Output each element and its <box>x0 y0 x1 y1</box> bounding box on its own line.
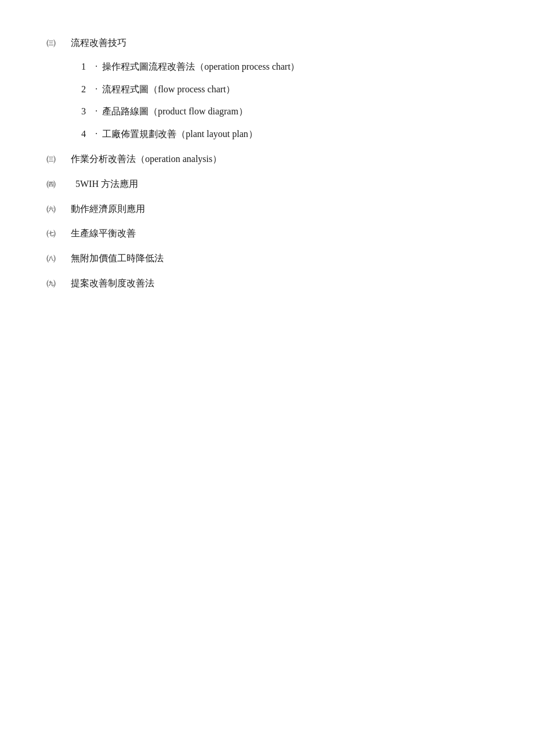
section-label-san2: ㈢ <box>46 151 67 168</box>
sub-text-4: 工廠佈置規劃改善（plant layout plan） <box>102 126 258 143</box>
sub-number-2: 2 <box>81 81 95 98</box>
sub-dot-2: · <box>95 81 102 98</box>
sub-number-4: 4 <box>81 126 95 143</box>
sub-list-liu-cheng: 1 · 操作程式圖流程改善法（operation process chart） … <box>81 59 488 143</box>
sub-text-1: 操作程式圖流程改善法（operation process chart） <box>102 59 300 75</box>
section-label-qi: ㈦ <box>46 225 67 242</box>
section-proposal: ㈨ 提案改善制度改善法 <box>46 275 488 292</box>
sub-item-1: 1 · 操作程式圖流程改善法（operation process chart） <box>81 59 488 75</box>
sub-text-3: 產品路線圖（product flow diagram） <box>102 103 248 120</box>
sub-number-1: 1 <box>81 59 95 75</box>
section-label-liu: ㈥ <box>46 201 67 218</box>
section-title-san2: 作業分析改善法（operation analysis） <box>71 151 222 168</box>
sub-dot-3: · <box>95 103 102 120</box>
sub-item-3: 3 · 產品路線圖（product flow diagram） <box>81 103 488 120</box>
section-non-value: ㈧ 無附加價值工時降低法 <box>46 250 488 267</box>
section-motion-economy: ㈥ 動作經濟原則應用 <box>46 201 488 218</box>
sub-item-4: 4 · 工廠佈置規劃改善（plant layout plan） <box>81 126 488 143</box>
section-title-san: 流程改善技巧 <box>71 35 127 52</box>
section-title-liu: 動作經濟原則應用 <box>71 201 145 218</box>
section-label-san: ㈢ <box>46 35 67 52</box>
sub-number-3: 3 <box>81 103 95 120</box>
section-5wih: ㈣ 5WIH 方法應用 <box>46 176 488 193</box>
section-title-si: 5WIH 方法應用 <box>71 176 138 193</box>
sub-item-2: 2 · 流程程式圖（flow process chart） <box>81 81 488 98</box>
sub-dot-4: · <box>95 126 102 143</box>
section-liu-cheng: ㈢ 流程改善技巧 1 · 操作程式圖流程改善法（operation proces… <box>46 35 488 143</box>
section-title-ba: 無附加價值工時降低法 <box>71 250 164 267</box>
main-content: ㈢ 流程改善技巧 1 · 操作程式圖流程改善法（operation proces… <box>46 35 488 292</box>
section-label-ba: ㈧ <box>46 250 67 267</box>
section-operation-analysis: ㈢ 作業分析改善法（operation analysis） <box>46 151 488 168</box>
section-label-jiu: ㈨ <box>46 275 67 292</box>
sub-text-2: 流程程式圖（flow process chart） <box>102 81 235 98</box>
section-title-qi: 生產線平衡改善 <box>71 225 136 242</box>
sub-dot-1: · <box>95 59 102 75</box>
section-title-jiu: 提案改善制度改善法 <box>71 275 154 292</box>
section-label-si: ㈣ <box>46 176 67 193</box>
section-line-balance: ㈦ 生產線平衡改善 <box>46 225 488 242</box>
